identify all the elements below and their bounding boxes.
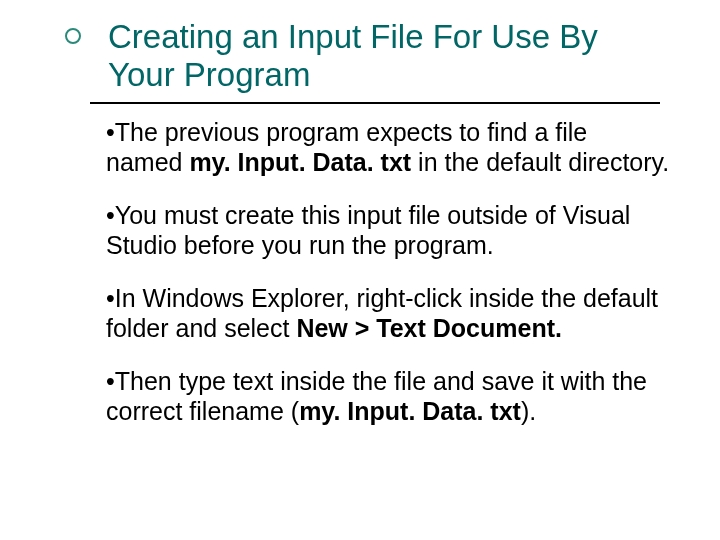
item-text-bold: my. Input. Data. txt bbox=[299, 397, 521, 425]
item-text-bold: New > Text Document. bbox=[296, 314, 562, 342]
item-text-pre: You must create this input file outside … bbox=[106, 201, 630, 259]
bullet-glyph: • bbox=[106, 367, 115, 395]
list-item: •You must create this input file outside… bbox=[106, 201, 670, 260]
list-item: •In Windows Explorer, right-click inside… bbox=[106, 284, 670, 343]
bullet-circle-icon bbox=[65, 28, 81, 44]
bullet-glyph: • bbox=[106, 284, 115, 312]
title-underline bbox=[90, 102, 660, 104]
body-text: •The previous program expects to find a … bbox=[106, 118, 670, 450]
slide: Creating an Input File For Use By Your P… bbox=[0, 0, 720, 540]
bullet-glyph: • bbox=[106, 118, 115, 146]
list-item: •The previous program expects to find a … bbox=[106, 118, 670, 177]
item-text-post: ). bbox=[521, 397, 536, 425]
item-text-bold: my. Input. Data. txt bbox=[189, 148, 411, 176]
list-item: •Then type text inside the file and save… bbox=[106, 367, 670, 426]
item-text-post: in the default directory. bbox=[411, 148, 669, 176]
bullet-glyph: • bbox=[106, 201, 115, 229]
slide-title: Creating an Input File For Use By Your P… bbox=[108, 18, 660, 94]
title-block: Creating an Input File For Use By Your P… bbox=[108, 18, 660, 94]
